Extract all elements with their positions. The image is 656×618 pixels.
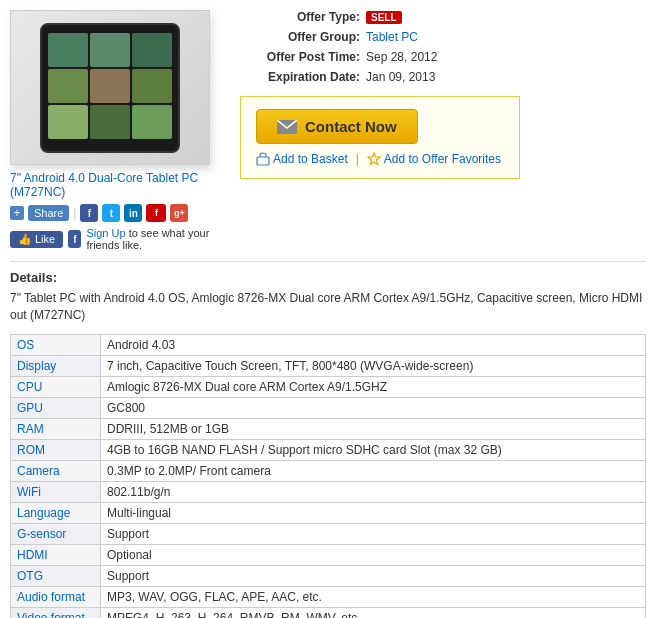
spec-value: Support [101, 523, 646, 544]
spec-label: Video format [11, 607, 101, 618]
table-row: Video formatMPEG4, H. 263, H. 264, RMVB,… [11, 607, 646, 618]
table-row: LanguageMulti-lingual [11, 502, 646, 523]
like-row: 👍 Like f Sign Up to see what your friend… [10, 227, 220, 251]
screen-item-6 [132, 69, 172, 103]
table-row: OTGSupport [11, 565, 646, 586]
screen-item-3 [132, 33, 172, 67]
offer-post-time-row: Offer Post Time: Sep 28, 2012 [240, 50, 646, 64]
offer-expiration-row: Expiration Date: Jan 09, 2013 [240, 70, 646, 84]
fb-inline-icon: f [68, 230, 81, 248]
product-image-area: 7" Android 4.0 Dual-Core Tablet PC (M727… [10, 10, 220, 251]
spec-label: Camera [11, 460, 101, 481]
spec-value: DDRIII, 512MB or 1GB [101, 418, 646, 439]
table-row: Camera0.3MP to 2.0MP/ Front camera [11, 460, 646, 481]
specs-table: OSAndroid 4.03Display7 inch, Capacitive … [10, 334, 646, 618]
linkedin-icon[interactable]: in [124, 204, 142, 222]
spec-value: MP3, WAV, OGG, FLAC, APE, AAC, etc. [101, 586, 646, 607]
spec-value: Amlogic 8726-MX Dual core ARM Cortex A9/… [101, 376, 646, 397]
table-row: Display7 inch, Capacitive Touch Screen, … [11, 355, 646, 376]
screen-item-4 [48, 69, 88, 103]
spec-value: Android 4.03 [101, 334, 646, 355]
screen-item-5 [90, 69, 130, 103]
facebook-icon[interactable]: f [80, 204, 98, 222]
social-bar: + Share | f t in f g+ [10, 204, 220, 222]
share-button[interactable]: Share [28, 205, 69, 221]
table-row: RAMDDRIII, 512MB or 1GB [11, 418, 646, 439]
svg-marker-2 [368, 153, 380, 165]
table-row: ROM4GB to 16GB NAND FLASH / Support micr… [11, 439, 646, 460]
table-row: CPUAmlogic 8726-MX Dual core ARM Cortex … [11, 376, 646, 397]
spec-label: Display [11, 355, 101, 376]
spec-value: 4GB to 16GB NAND FLASH / Support micro S… [101, 439, 646, 460]
table-row: HDMIOptional [11, 544, 646, 565]
offer-post-time-label: Offer Post Time: [240, 50, 360, 64]
details-section: Details: 7" Tablet PC with Android 4.0 O… [10, 261, 646, 618]
spec-label: OTG [11, 565, 101, 586]
plus-icon: + [10, 206, 24, 220]
googleplus-icon[interactable]: g+ [170, 204, 188, 222]
spec-value: Optional [101, 544, 646, 565]
product-title[interactable]: 7" Android 4.0 Dual-Core Tablet PC (M727… [10, 171, 198, 199]
table-row: WiFi802.11b/g/n [11, 481, 646, 502]
contact-box: Contact Now Add to Basket | [240, 96, 520, 179]
signup-link[interactable]: Sign Up [86, 227, 125, 239]
screen-item-8 [90, 105, 130, 139]
offer-type-label: Offer Type: [240, 10, 360, 24]
basket-favorites-row: Add to Basket | Add to Offer Favorites [256, 152, 504, 166]
add-basket-button[interactable]: Add to Basket [256, 152, 348, 166]
signup-text: Sign Up to see what your friends like. [86, 227, 220, 251]
pipe-divider: | [73, 206, 76, 220]
spec-value: GC800 [101, 397, 646, 418]
spec-value: Support [101, 565, 646, 586]
offer-expiration-value: Jan 09, 2013 [366, 70, 435, 84]
add-basket-label: Add to Basket [273, 152, 348, 166]
screen-item-1 [48, 33, 88, 67]
envelope-icon [277, 120, 297, 134]
details-header: Details: [10, 270, 646, 285]
page-container: 7" Android 4.0 Dual-Core Tablet PC (M727… [0, 0, 656, 618]
add-favorites-button[interactable]: Add to Offer Favorites [367, 152, 501, 166]
screen-item-2 [90, 33, 130, 67]
table-row: OSAndroid 4.03 [11, 334, 646, 355]
spec-value: 0.3MP to 2.0MP/ Front camera [101, 460, 646, 481]
offer-type-row: Offer Type: SELL [240, 10, 646, 24]
spec-label: OS [11, 334, 101, 355]
like-label: Like [35, 233, 55, 245]
like-button[interactable]: 👍 Like [10, 231, 63, 248]
spec-value: MPEG4, H. 263, H. 264, RMVB, RM, WMV, et… [101, 607, 646, 618]
spec-value: 802.11b/g/n [101, 481, 646, 502]
contact-now-button[interactable]: Contact Now [256, 109, 418, 144]
details-description: 7" Tablet PC with Android 4.0 OS, Amlogi… [10, 290, 646, 324]
spec-label: WiFi [11, 481, 101, 502]
fb-thumb-icon: 👍 [18, 233, 32, 246]
add-favorites-label: Add to Offer Favorites [384, 152, 501, 166]
offer-info-table: Offer Type: SELL Offer Group: Tablet PC … [240, 10, 646, 84]
spec-label: HDMI [11, 544, 101, 565]
product-image [10, 10, 210, 165]
table-row: GPUGC800 [11, 397, 646, 418]
spec-label: Audio format [11, 586, 101, 607]
basket-icon [256, 152, 270, 166]
spec-label: CPU [11, 376, 101, 397]
offer-group-label: Offer Group: [240, 30, 360, 44]
screen-item-9 [132, 105, 172, 139]
offer-group-row: Offer Group: Tablet PC [240, 30, 646, 44]
star-icon [367, 152, 381, 166]
social-extra-icon[interactable]: f [146, 204, 166, 222]
top-section: 7" Android 4.0 Dual-Core Tablet PC (M727… [10, 10, 646, 251]
spec-label: GPU [11, 397, 101, 418]
tablet-visual [40, 23, 180, 153]
spec-value: 7 inch, Capacitive Touch Screen, TFT, 80… [101, 355, 646, 376]
contact-now-label: Contact Now [305, 118, 397, 135]
offer-type-badge: SELL [366, 11, 402, 24]
table-row: G-sensorSupport [11, 523, 646, 544]
spec-label: ROM [11, 439, 101, 460]
screen-item-7 [48, 105, 88, 139]
spec-label: G-sensor [11, 523, 101, 544]
spec-label: Language [11, 502, 101, 523]
spec-value: Multi-lingual [101, 502, 646, 523]
svg-rect-1 [257, 157, 269, 165]
offer-post-time-value: Sep 28, 2012 [366, 50, 437, 64]
twitter-icon[interactable]: t [102, 204, 120, 222]
offer-group-link[interactable]: Tablet PC [366, 30, 418, 44]
